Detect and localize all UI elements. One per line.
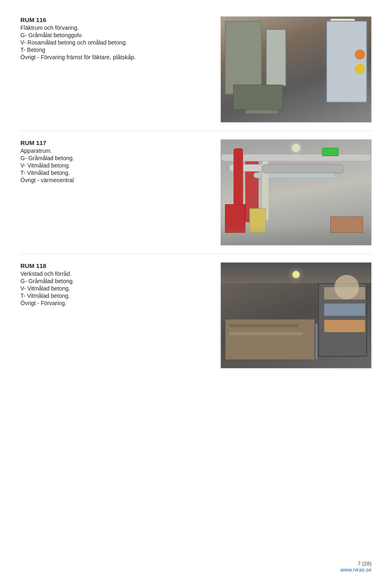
rum118-line3: T- Vitmålad betong. [20,292,208,299]
rum118-title: RUM 118 [20,262,208,269]
rum117-title: RUM 117 [20,139,208,146]
rum117-line2: V- Vitmålad betong. [20,162,208,169]
rum116-image-container [220,16,372,123]
rum118-subtitle: Verkstad och förråd. [20,270,208,277]
rum118-line2: V- Vitmålad betong. [20,285,208,292]
rum118-image-container [220,262,372,368]
rum117-line4: Övrigt - värmecentral [20,177,208,183]
rum116-subtitle: Fläktrum och förvaring. [20,25,208,31]
page-number: 7 (28) [340,560,372,567]
rum117-block: RUM 117 Apparatrum. G- Gråmålad betong. … [20,139,372,246]
rum117-text: RUM 117 Apparatrum. G- Gråmålad betong. … [20,139,208,246]
divider-116-117 [20,131,372,131]
rum117-line3: T- Vitmålad betong. [20,170,208,176]
rum117-line1: G- Gråmålad betong. [20,155,208,161]
rum118-line1: G- Gråmålad betong. [20,278,208,284]
page-footer: 7 (28) www.niras.se [340,560,372,573]
rum116-line3: T- Betong [20,47,208,53]
rum118-image [220,262,372,368]
divider-117-118 [20,254,372,254]
rum116-line1: G- Gråmålat betonggolv. [20,32,208,38]
rum116-line2: V- Rosamålad betong och omålad betong. [20,39,208,46]
rum117-subtitle: Apparatrum. [20,147,208,154]
website-url: www.niras.se [340,567,372,573]
rum116-image [220,16,372,123]
rum116-text: RUM 116 Fläktrum och förvaring. G- Gråmå… [20,16,208,123]
rum118-text: RUM 118 Verkstad och förråd. G- Gråmålad… [20,262,208,368]
rum117-image [220,139,372,246]
rum118-block: RUM 118 Verkstad och förråd. G- Gråmålad… [20,262,372,368]
rum117-image-container [220,139,372,246]
rum116-block: RUM 116 Fläktrum och förvaring. G- Gråmå… [20,16,372,123]
rum118-line4: Övrigt - Förvaring. [20,300,208,306]
rum116-line4: Övrigt - Förvaring främst för fäktare, p… [20,54,208,60]
rum116-title: RUM 116 [20,16,208,23]
